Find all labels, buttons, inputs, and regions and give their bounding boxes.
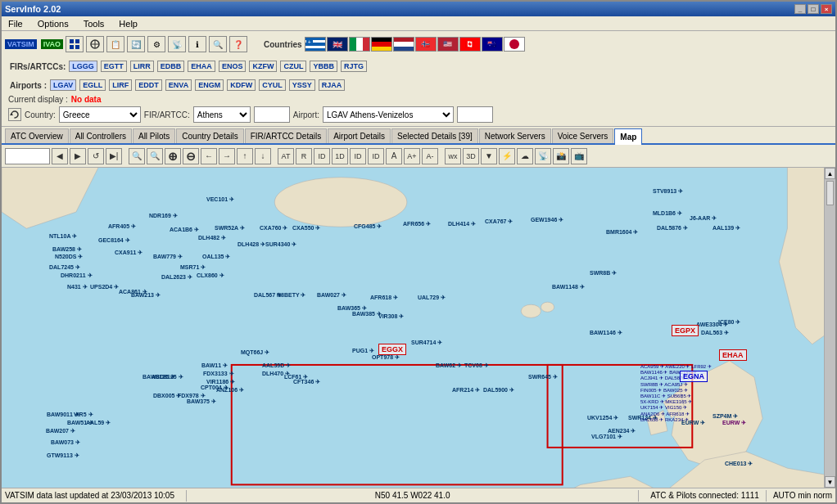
3d-button[interactable]: 3D [463,148,479,164]
map-view[interactable]: VEC101 ✈ NDR169 ✈ AFR405 ✈ ACA1B6 ✈ SWR5… [2,168,835,488]
menu-tools[interactable]: Tools [80,18,108,29]
fir-code-ehaa[interactable]: EHAA [188,61,215,72]
tab-fir-details[interactable]: FIR/ARTCC Details [245,128,328,143]
pan-left-button[interactable]: ← [201,148,217,164]
nav-go-button[interactable]: ▶| [106,148,122,164]
nav-reload-button[interactable]: ↺ [88,148,104,164]
mode-r-button[interactable]: R [296,148,312,164]
ivao-logo: IVAO [41,39,63,49]
tb-icon2[interactable] [86,36,104,52]
firsartccs-label: FIRs/ARTCCs: [10,62,66,71]
location-input[interactable]: USA [5,148,50,164]
fir-code-czul[interactable]: CZUL [280,61,306,72]
flag-australia[interactable]: 🇦🇺 [482,37,503,52]
scroll-down-button[interactable]: ▼ [825,476,835,488]
fir-code-rjtg[interactable]: RJTG [341,61,367,72]
apt-code-rjaa[interactable]: RJAA [319,79,346,91]
mode-id-button[interactable]: ID [314,148,330,164]
pan-up-button[interactable]: ↑ [237,148,253,164]
tb-icon4[interactable]: 🔄 [127,36,145,52]
fir-code-kzfw[interactable]: KZFW [249,61,277,72]
wx-button[interactable]: wx [445,148,461,164]
tab-country-details[interactable]: Country Details [176,128,243,143]
tb-icon5[interactable]: ⚙ [147,36,165,52]
minimize-button[interactable]: _ [794,4,806,14]
filter-button[interactable]: ▼ [481,148,497,164]
tb-icon3[interactable]: 📋 [106,36,124,52]
apt-code-enva[interactable]: ENVA [165,79,192,91]
flag-germany[interactable] [371,37,392,52]
tab-atc-overview[interactable]: ATC Overview [5,128,69,143]
fir-code-edbb[interactable]: EDBB [157,61,185,72]
tab-network-servers[interactable]: Network Servers [479,128,551,143]
tab-airport-details[interactable]: Airport Details [328,128,391,143]
nav-back-button[interactable]: ◀ [52,148,68,164]
cloud-button[interactable]: ☁ [517,148,533,164]
radar-button[interactable]: 📡 [535,148,551,164]
pan-right-button[interactable]: → [219,148,235,164]
fir-code-lirr[interactable]: LIRR [130,61,154,72]
label-aplus-button[interactable]: A+ [404,148,420,164]
apt-code-egll[interactable]: EGLL [79,79,106,91]
lightning-button[interactable]: ⚡ [499,148,515,164]
tab-all-pilots[interactable]: All Pilots [133,128,175,143]
camera-button[interactable]: 📸 [553,148,569,164]
tab-all-controllers[interactable]: All Controllers [70,128,132,143]
apt-code-lgav[interactable]: LGAV [50,79,76,91]
apt-code-eddt[interactable]: EDDT [135,79,162,91]
close-button[interactable]: × [821,4,832,14]
flag-usa[interactable]: 🇺🇸 [437,37,459,52]
flag-netherlands[interactable] [393,37,414,52]
tb-icon8[interactable]: 🔍 [209,36,227,52]
zoom-out-button[interactable]: 🔍 [147,148,163,164]
flag-canada[interactable]: 🇨🇦 [459,37,481,52]
flag-greece[interactable]: + [305,37,326,52]
mode-1d-button[interactable]: 1D [332,148,348,164]
tab-map[interactable]: Map [614,128,642,145]
fir-select[interactable]: Athens [193,106,251,123]
tb-icon6[interactable]: 📡 [168,36,186,52]
flag-norway[interactable]: 🇳🇴 [415,37,437,52]
label-a-button[interactable]: A [386,148,402,164]
flag-japan[interactable] [504,37,525,52]
flag-italy[interactable] [349,37,370,52]
label-aminus-button[interactable]: A- [422,148,438,164]
scroll-thumb[interactable] [826,181,834,205]
map-scrollbar[interactable]: ▲ ▼ [824,168,835,488]
fir-code-input[interactable]: LGGG [254,106,290,123]
flag-uk[interactable]: 🇬🇧 [327,37,348,52]
fir-code-ybbb[interactable]: YBBB [310,61,337,72]
nav-forward-button[interactable]: ▶ [70,148,86,164]
apt-code-engm[interactable]: ENGM [195,79,224,91]
mode-at-button[interactable]: AT [278,148,294,164]
menu-file[interactable]: File [5,18,26,29]
mode-id3-button[interactable]: ID [368,148,384,164]
apt-code-lirf[interactable]: LIRF [109,79,132,91]
country-select[interactable]: Greece [59,106,141,123]
apt-code-kdfw[interactable]: KDFW [227,79,256,91]
scroll-up-button[interactable]: ▲ [825,168,835,179]
fir-code-egtt[interactable]: EGTT [101,61,127,72]
tb-icon9[interactable]: ❓ [229,36,247,52]
apt-code-yssy[interactable]: YSSY [289,79,315,91]
pan-down-button[interactable]: ↓ [255,148,271,164]
menu-help[interactable]: Help [115,18,141,29]
zoom-minus-button[interactable]: ⊖ [183,148,199,164]
tab-voice-servers[interactable]: Voice Servers [552,128,614,143]
tv-button[interactable]: 📺 [571,148,587,164]
apt-code-cyul[interactable]: CYUL [259,79,286,91]
mode-id2-button[interactable]: ID [350,148,366,164]
maximize-button[interactable]: □ [808,4,819,14]
fir-code-lggg[interactable]: LGGG [69,61,97,72]
current-display-label: Current display : [8,95,68,104]
zoom-in-button[interactable]: 🔍 [129,148,145,164]
tb-icon7[interactable]: ℹ [188,36,206,52]
menu-options[interactable]: Options [34,18,72,29]
airport-code-input[interactable]: LGAV [457,106,493,123]
refresh-button[interactable] [8,108,21,121]
airport-select[interactable]: LGAV Athens-Venizelos [323,106,454,123]
zoom-plus-button[interactable]: ⊕ [165,148,181,164]
tb-icon1[interactable] [66,36,84,52]
fir-code-enos[interactable]: ENOS [219,61,247,72]
tab-selected-details[interactable]: Selected Details [39] [391,128,478,143]
